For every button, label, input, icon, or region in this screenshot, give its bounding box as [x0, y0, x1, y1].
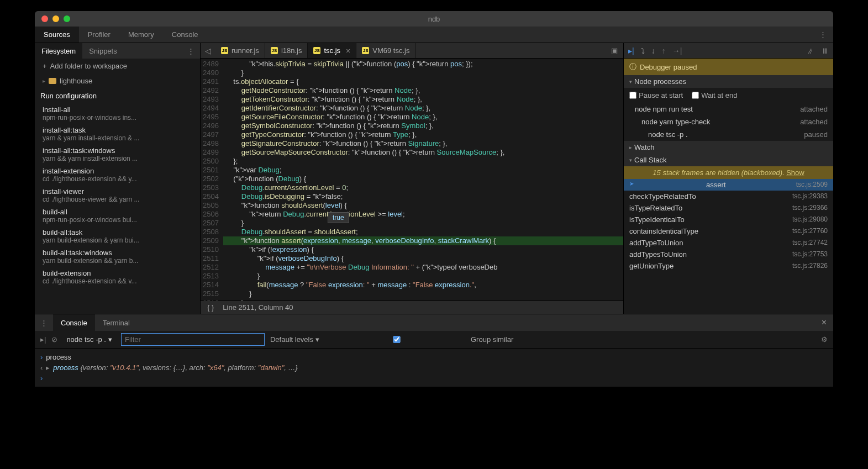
banner-text: Debugger paused: [640, 63, 697, 71]
js-file-icon: JS: [221, 47, 228, 54]
tab-console[interactable]: Console: [163, 27, 207, 43]
tab-sources[interactable]: Sources: [35, 27, 79, 43]
blackbox-notice: 15 stack frames are hidden (blackboxed).…: [624, 166, 833, 179]
step-over-icon[interactable]: ⤵: [641, 46, 645, 55]
titlebar: ndb: [35, 11, 833, 27]
main-menu-icon[interactable]: ⋮: [813, 30, 833, 39]
deactivate-breakpoints-icon[interactable]: ⫽: [807, 46, 814, 55]
stack-frame[interactable]: containsIdenticalTypetsc.js:27760: [624, 225, 833, 237]
run-item[interactable]: build-allnpm-run-posix-or-windows bui...: [35, 205, 200, 226]
run-item[interactable]: build-all:taskyarn build-extension & yar…: [35, 226, 200, 246]
editor-status-bar: { } Line 2511, Column 40: [201, 301, 623, 314]
stack-frame[interactable]: addTypeToUniontsc.js:27742: [624, 237, 833, 249]
cursor-position: Line 2511, Column 40: [223, 303, 293, 312]
execution-context-selector[interactable]: node tsc -p . ▾: [63, 334, 115, 345]
stack-frame[interactable]: checkTypeRelatedTotsc.js:29383: [624, 191, 833, 202]
main-tabs: Sources Profiler Memory Console ⋮: [35, 27, 833, 43]
step-icon[interactable]: →|: [672, 46, 682, 55]
add-folder-button[interactable]: + Add folder to workspace: [35, 59, 200, 73]
expand-object-icon[interactable]: ▸: [46, 363, 50, 372]
debugger-panel: ▸| ⤵ ↓ ↑ →| ⫽ ⏸ ⓘ Debugger paused Node p…: [623, 43, 833, 314]
pause-at-start-checkbox[interactable]: Pause at start: [629, 91, 683, 99]
run-item[interactable]: install-allnpm-run-posix-or-windows ins.…: [35, 103, 200, 124]
step-into-icon[interactable]: ↓: [651, 46, 655, 55]
tab-console-drawer[interactable]: Console: [53, 314, 95, 331]
minimize-window-button[interactable]: [52, 15, 59, 22]
input-prompt-icon[interactable]: ›: [40, 374, 43, 382]
tab-snippets[interactable]: Snippets: [82, 43, 124, 59]
file-tab[interactable]: JSi18n.js: [265, 43, 308, 58]
process-item[interactable]: node tsc -p .paused: [624, 128, 833, 141]
tab-filesystem[interactable]: Filesystem: [35, 43, 82, 59]
wait-at-end-checkbox[interactable]: Wait at end: [692, 91, 737, 99]
run-item[interactable]: install-all:taskyarn & yarn install-exte…: [35, 124, 200, 144]
console-output[interactable]: ›process ‹▸process {version: "v10.4.1", …: [35, 349, 833, 387]
expand-editor-icon[interactable]: ▣: [606, 46, 623, 55]
process-item[interactable]: node npm run testattached: [624, 103, 833, 115]
output-arrow-icon: ‹: [40, 363, 43, 372]
window-title: ndb: [428, 15, 440, 23]
process-item[interactable]: node yarn type-checkattached: [624, 115, 833, 128]
run-item[interactable]: install-extensioncd ./lighthouse-extensi…: [35, 165, 200, 185]
tab-memory[interactable]: Memory: [119, 27, 163, 43]
console-menu-icon[interactable]: ⋮: [35, 319, 53, 327]
braces-icon[interactable]: { }: [207, 303, 214, 312]
close-window-button[interactable]: [41, 15, 48, 22]
plus-icon: +: [43, 62, 47, 70]
folder-label: lighthouse: [60, 77, 92, 85]
console-settings-icon[interactable]: ⚙: [821, 335, 828, 344]
group-similar-checkbox[interactable]: Group similar: [325, 335, 513, 344]
call-stack-header[interactable]: Call Stack: [624, 154, 833, 166]
debugger-paused-banner: ⓘ Debugger paused: [624, 59, 833, 75]
code-area[interactable]: 2489249024912492249324942495249624972498…: [201, 59, 623, 301]
close-drawer-icon[interactable]: ×: [815, 318, 833, 328]
console-sidebar-toggle-icon[interactable]: ▸|: [40, 335, 46, 344]
node-processes-header[interactable]: Node processes: [624, 75, 833, 88]
clear-console-icon[interactable]: ⊘: [51, 335, 57, 344]
stack-frame[interactable]: getUnionTypetsc.js:27826: [624, 260, 833, 272]
code-lines[interactable]: "k">this.skipTrivia = skipTrivia || ("k"…: [223, 59, 623, 301]
tab-terminal[interactable]: Terminal: [95, 314, 138, 331]
info-icon: ⓘ: [629, 62, 636, 72]
console-drawer: ⋮ Console Terminal × ▸| ⊘ node tsc -p . …: [35, 314, 833, 387]
stack-frame[interactable]: addTypesToUniontsc.js:27753: [624, 249, 833, 260]
folder-lighthouse[interactable]: lighthouse: [35, 73, 200, 88]
console-output-line: process {version: "v10.4.1", versions: {…: [53, 363, 298, 372]
sidebar-menu-icon[interactable]: ⋮: [182, 47, 200, 55]
run-config-header: Run configuration: [35, 88, 200, 103]
chevron-down-icon: ▾: [108, 335, 112, 344]
stack-frame[interactable]: isTypeIdenticalTotsc.js:29080: [624, 214, 833, 225]
watch-header[interactable]: Watch: [624, 141, 833, 154]
editor: ◁ JSrunner.jsJSi18n.jsJStsc.js×JSVM69 ts…: [201, 43, 623, 314]
pause-on-exceptions-icon[interactable]: ⏸: [821, 46, 829, 55]
run-item[interactable]: build-extensioncd ./lighthouse-extension…: [35, 267, 200, 287]
step-out-icon[interactable]: ↑: [662, 46, 666, 55]
close-tab-icon[interactable]: ×: [346, 46, 350, 55]
stack-frame[interactable]: asserttsc.js:2509: [624, 179, 833, 191]
log-levels-selector[interactable]: Default levels ▾: [270, 335, 319, 344]
js-file-icon: JS: [271, 47, 278, 54]
run-item[interactable]: install-all:task:windowsyarn && yarn ins…: [35, 144, 200, 165]
folder-icon: [49, 78, 56, 84]
input-arrow-icon: ›: [40, 353, 43, 361]
file-tab[interactable]: JSrunner.js: [215, 43, 265, 58]
console-input-line: process: [46, 353, 71, 361]
nav-back-icon[interactable]: ◁: [201, 46, 215, 55]
js-file-icon: JS: [313, 47, 320, 54]
chevron-down-icon: ▾: [315, 335, 319, 344]
run-item[interactable]: build-all:task:windowsyarn build-extensi…: [35, 246, 200, 267]
js-file-icon: JS: [362, 47, 369, 54]
hover-tooltip: true: [328, 212, 349, 223]
resume-icon[interactable]: ▸|: [628, 46, 634, 55]
maximize-window-button[interactable]: [64, 15, 70, 22]
tab-profiler[interactable]: Profiler: [79, 27, 119, 43]
file-tab[interactable]: JSVM69 tsc.js: [356, 43, 415, 58]
sidebar: Filesystem Snippets ⋮ + Add folder to wo…: [35, 43, 201, 314]
line-gutter: 2489249024912492249324942495249624972498…: [201, 59, 223, 301]
add-folder-label: Add folder to workspace: [50, 62, 127, 70]
file-tab[interactable]: JStsc.js×: [308, 43, 356, 58]
run-item[interactable]: install-viewercd ./lighthouse-viewer && …: [35, 185, 200, 205]
console-filter-input[interactable]: [121, 333, 265, 346]
stack-frame[interactable]: isTypeRelatedTotsc.js:29366: [624, 202, 833, 214]
blackbox-show-link[interactable]: Show: [786, 168, 804, 177]
